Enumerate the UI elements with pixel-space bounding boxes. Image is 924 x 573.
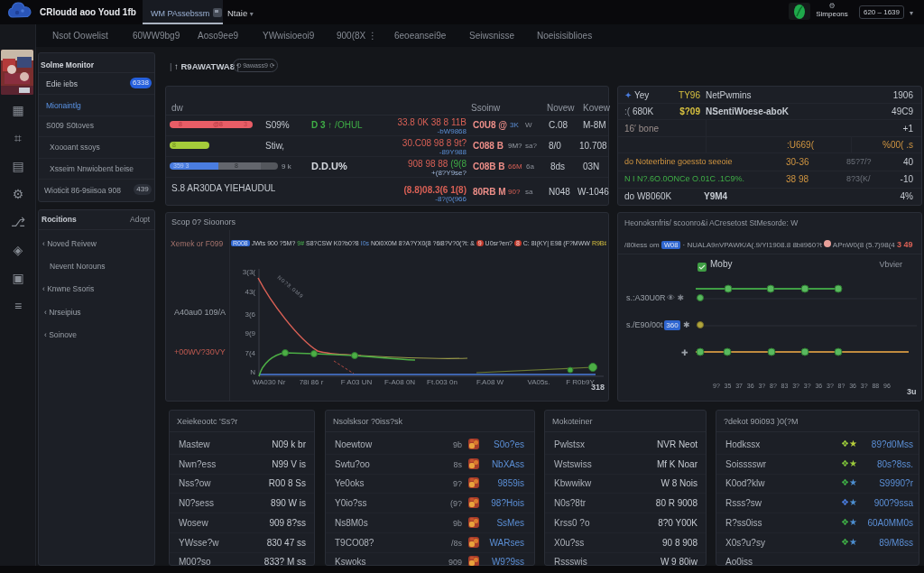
- svg-text:WA030 Nr: WA030 Nr: [253, 378, 286, 386]
- svg-text:F A03 UN: F A03 UN: [341, 378, 373, 386]
- svg-text:3(3(: 3(3(: [243, 268, 256, 276]
- svg-text:78i 86 r: 78i 86 r: [300, 378, 324, 386]
- svg-text:7(4: 7(4: [245, 349, 255, 357]
- svg-text:Ft.003 0n: Ft.003 0n: [427, 378, 457, 386]
- svg-text:F-A08 0N: F-A08 0N: [384, 378, 415, 386]
- svg-text:43(: 43(: [245, 288, 255, 296]
- svg-text:F.A08 W: F.A08 W: [476, 378, 504, 386]
- svg-text:318: 318: [591, 383, 605, 392]
- svg-text:VA05s.: VA05s.: [527, 378, 550, 386]
- svg-text:N0?8.0M9: N0?8.0M9: [276, 274, 304, 300]
- svg-text:9(9: 9(9: [245, 329, 255, 337]
- svg-text:3(6: 3(6: [245, 310, 255, 319]
- svg-text:N: N: [250, 368, 255, 376]
